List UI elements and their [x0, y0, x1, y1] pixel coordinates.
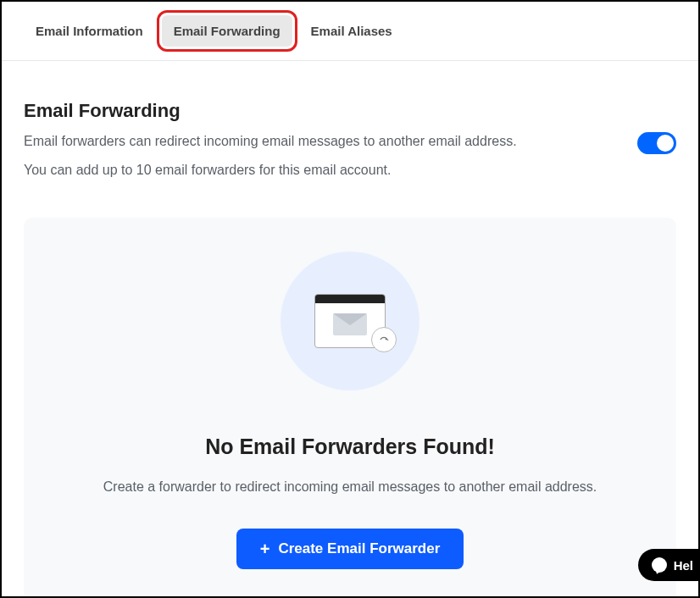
chat-icon [652, 557, 667, 573]
empty-state-panel: No Email Forwarders Found! Create a forw… [24, 218, 676, 598]
desc-line-2: You can add up to 10 email forwarders fo… [24, 159, 517, 181]
help-label: Hel [674, 558, 693, 573]
section-header: Email Forwarding Email forwarders can re… [24, 100, 676, 187]
main-content: Email Forwarding Email forwarders can re… [2, 61, 698, 598]
empty-illustration [281, 252, 419, 390]
create-forwarder-button[interactable]: + Create Email Forwarder [236, 529, 464, 569]
window-icon [314, 294, 386, 348]
page-description: Email forwarders can redirect incoming e… [24, 130, 517, 180]
create-button-label: Create Email Forwarder [278, 540, 440, 557]
plus-icon: + [260, 540, 270, 557]
help-widget[interactable]: Hel [638, 549, 698, 581]
desc-line-1: Email forwarders can redirect incoming e… [24, 130, 517, 152]
tab-email-aliases[interactable]: Email Aliases [299, 15, 404, 47]
forwarding-toggle[interactable] [637, 132, 676, 154]
envelope-icon [333, 313, 367, 335]
empty-description: Create a forwarder to redirect incoming … [49, 479, 651, 495]
forward-arrow-icon [371, 327, 397, 352]
tab-email-information[interactable]: Email Information [24, 15, 155, 47]
empty-title: No Email Forwarders Found! [49, 435, 651, 459]
page-title: Email Forwarding [24, 100, 517, 122]
tabs-bar: Email Information Email Forwarding Email… [2, 2, 698, 61]
tab-email-forwarding[interactable]: Email Forwarding [162, 15, 292, 47]
